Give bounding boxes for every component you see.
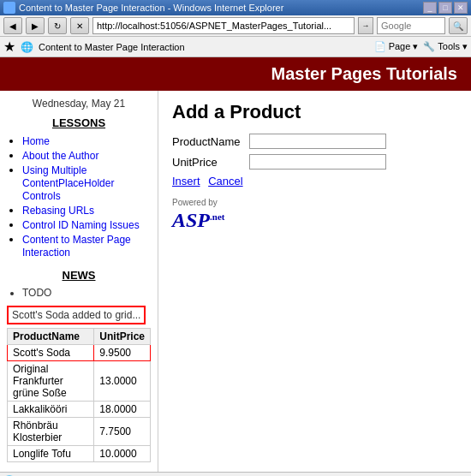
close-button[interactable]: ✕ [454,2,468,14]
product-name-cell: Lakkalikööri [8,402,94,418]
news-list: TODO [7,287,151,299]
news-title: NEWS [7,269,151,282]
form-row-unitprice: UnitPrice [172,154,457,170]
table-row: Scott's Soda9.9500 [8,345,151,361]
link-author[interactable]: About the Author [22,149,151,162]
sidebar: Wednesday, May 21 LESSONS Home About the… [0,91,158,472]
minimize-button[interactable]: _ [423,2,437,14]
col-header-productname: ProductName [8,329,94,345]
address-bar[interactable] [92,17,355,34]
link-multiple[interactable]: Using Multiple ContentPlaceHolder Contro… [22,164,151,202]
table-row: Longlife Tofu10.0000 [8,446,151,462]
content-area: Add a Product ProductName UnitPrice Inse… [158,91,471,472]
link-home[interactable]: Home [22,134,151,147]
status-bar: 🌐 Internet | Protected Mode: Off 100% [0,472,471,476]
product-price-cell: 7.7500 [94,418,151,446]
link-home-anchor[interactable]: Home [22,135,50,147]
unitprice-input[interactable] [249,154,386,170]
col-header-unitprice: UnitPrice [94,329,151,345]
product-grid: ProductName UnitPrice Scott's Soda9.9500… [7,328,151,462]
maximize-button[interactable]: □ [438,2,452,14]
table-row: Rhönbräu Klosterbier7.7500 [8,418,151,446]
page-icon: 🌐 [21,41,33,53]
sidebar-date: Wednesday, May 21 [7,98,151,110]
toolbar-bar: ★ 🌐 Content to Master Page Interaction 📄… [0,37,471,57]
insert-link[interactable]: Insert [172,175,200,187]
title-controls[interactable]: _ □ ✕ [423,2,468,14]
title-bar-left: Content to Master Page Interaction - Win… [3,2,283,14]
link-author-anchor[interactable]: About the Author [22,150,98,162]
refresh-button[interactable]: ↻ [48,17,67,34]
unitprice-label: UnitPrice [172,156,249,169]
asp-net-logo: ASP.net [172,210,224,231]
back-button[interactable]: ◀ [3,17,22,34]
powered-by-text: Powered by [172,198,457,207]
product-price-cell: 18.0000 [94,402,151,418]
cancel-link[interactable]: Cancel [208,175,242,187]
link-naming-anchor[interactable]: Control ID Naming Issues [22,219,140,231]
link-interaction-anchor[interactable]: Content to Master Page Interaction [22,234,131,259]
favorites-icon: ★ [3,39,15,55]
form-row-productname: ProductName [172,134,457,149]
toolbar-tools-btn[interactable]: 🔧 Tools ▾ [423,41,468,52]
page-label: Content to Master Page Interaction [39,42,185,52]
asp-suffix: .net [210,211,224,222]
site-title: Master Pages Tutorials [271,64,457,83]
productname-input[interactable] [249,134,386,149]
stop-button[interactable]: ✕ [70,17,89,34]
table-row: Original Frankfurter grüne Soße13.0000 [8,361,151,402]
news-item: TODO [22,287,151,299]
title-bar: Content to Master Page Interaction - Win… [0,0,471,15]
browser-title: Content to Master Page Interaction - Win… [19,3,283,13]
table-row: Lakkalikööri18.0000 [8,402,151,418]
nav-bar: ◀ ▶ ↻ ✕ → 🔍 [0,15,471,37]
go-button[interactable]: → [358,17,373,34]
page-title: Add a Product [172,101,457,123]
main-layout: Wednesday, May 21 LESSONS Home About the… [0,91,471,472]
link-multiple-anchor[interactable]: Using Multiple ContentPlaceHolder Contro… [22,164,114,202]
sidebar-links: Home About the Author Using Multiple Con… [7,134,151,259]
toolbar-page-btn[interactable]: 📄 Page ▾ [374,41,419,52]
page-wrapper: Master Pages Tutorials Wednesday, May 21… [0,57,471,472]
product-price-cell: 10.0000 [94,446,151,462]
product-price-cell: 13.0000 [94,361,151,402]
browser-icon [3,2,15,14]
link-rebasing-anchor[interactable]: Rebasing URLs [22,205,94,217]
status-notification: Scott's Soda added to grid... [7,306,146,324]
asp-logo: Powered by ASP.net [172,198,457,232]
search-bar[interactable] [377,17,445,34]
product-price-cell: 9.9500 [94,345,151,361]
search-go-button[interactable]: 🔍 [449,17,468,34]
productname-label: ProductName [172,135,249,148]
form-links: Insert Cancel [172,175,457,187]
product-name-cell: Rhönbräu Klosterbier [8,418,94,446]
link-naming[interactable]: Control ID Naming Issues [22,218,151,231]
lessons-title: LESSONS [7,116,151,129]
product-name-cell: Scott's Soda [8,345,94,361]
link-interaction[interactable]: Content to Master Page Interaction [22,233,151,259]
product-name-cell: Longlife Tofu [8,446,94,462]
link-rebasing[interactable]: Rebasing URLs [22,204,151,217]
site-header: Master Pages Tutorials [0,57,471,91]
product-name-cell: Original Frankfurter grüne Soße [8,361,94,402]
asp-label: ASP [172,209,210,231]
forward-button[interactable]: ▶ [26,17,45,34]
